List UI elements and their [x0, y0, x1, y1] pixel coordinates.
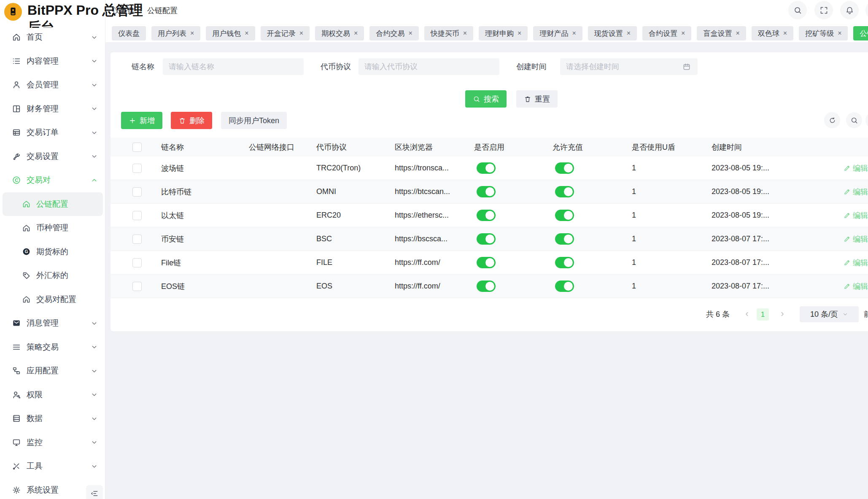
edit-link[interactable]: 编辑: [844, 187, 868, 197]
row-checkbox[interactable]: [132, 258, 142, 267]
notifications-button[interactable]: [840, 1, 859, 19]
finance-icon: [12, 104, 21, 113]
sidebar-item-messages[interactable]: 消息管理: [0, 311, 105, 335]
close-icon[interactable]: ×: [190, 30, 194, 37]
pagination-page-1[interactable]: 1: [757, 308, 769, 321]
tab-chain-config[interactable]: 公链配置×: [853, 26, 868, 40]
deposit-toggle[interactable]: [555, 281, 574, 292]
table-search-button[interactable]: [846, 112, 862, 128]
sidebar-item-tools[interactable]: 工具: [0, 454, 105, 478]
sidebar-item-futures-targets[interactable]: G 期货标的: [0, 240, 105, 264]
calendar-icon[interactable]: [682, 62, 691, 71]
reset-button[interactable]: 重置: [516, 90, 558, 108]
sidebar-item-pair-config[interactable]: 交易对配置: [0, 288, 105, 312]
edit-link[interactable]: 编辑: [844, 234, 868, 244]
table-settings-button[interactable]: [865, 112, 868, 128]
deposit-toggle[interactable]: [555, 210, 574, 221]
sidebar-item-coin-management[interactable]: 币种管理: [0, 216, 105, 240]
fullscreen-button[interactable]: [814, 1, 833, 19]
tab-box-records[interactable]: 开盒记录×: [261, 26, 310, 40]
sidebar-item-content[interactable]: 内容管理: [0, 49, 105, 73]
close-icon[interactable]: ×: [299, 30, 303, 37]
close-icon[interactable]: ×: [838, 30, 841, 37]
tab-contract-trade[interactable]: 合约交易×: [369, 26, 418, 40]
sidebar-item-monitoring[interactable]: 监控: [0, 431, 105, 455]
sidebar-item-orders[interactable]: 交易订单: [0, 121, 105, 145]
deposit-toggle[interactable]: [555, 257, 574, 268]
sync-token-button[interactable]: 同步用户Token: [221, 112, 287, 129]
close-icon[interactable]: ×: [572, 30, 576, 37]
sidebar-item-app-config[interactable]: 应用配置: [0, 359, 105, 383]
refresh-button[interactable]: [824, 112, 840, 128]
sidebar-item-members[interactable]: 会员管理: [0, 73, 105, 97]
select-all-checkbox[interactable]: [132, 143, 142, 152]
tab-user-list[interactable]: 用户列表×: [151, 26, 200, 40]
deposit-toggle[interactable]: [555, 186, 574, 197]
enabled-toggle[interactable]: [477, 162, 496, 174]
cell-ushield: 1: [632, 258, 712, 267]
sidebar-item-label: 监控: [27, 437, 91, 448]
enabled-toggle[interactable]: [477, 186, 496, 197]
sidebar-item-label: 交易对配置: [36, 294, 98, 305]
row-checkbox[interactable]: [132, 235, 142, 244]
tab-mining-level[interactable]: 挖矿等级×: [799, 26, 848, 40]
pagination-page-size-select[interactable]: 10 条/页: [800, 306, 859, 322]
enabled-toggle[interactable]: [477, 281, 496, 292]
edit-link[interactable]: 编辑: [844, 281, 868, 291]
close-icon[interactable]: ×: [627, 30, 631, 37]
sidebar-item-trade-settings[interactable]: 交易设置: [0, 145, 105, 169]
close-icon[interactable]: ×: [681, 30, 685, 37]
close-icon[interactable]: ×: [736, 30, 739, 37]
edit-link[interactable]: 编辑: [844, 258, 868, 268]
tab-quick-buy[interactable]: 快捷买币×: [424, 26, 473, 40]
close-icon[interactable]: ×: [245, 30, 248, 37]
row-checkbox[interactable]: [132, 282, 142, 291]
close-icon[interactable]: ×: [408, 30, 412, 37]
pagination-prev-button[interactable]: ‹: [741, 306, 752, 322]
sidebar-item-home[interactable]: 首页: [0, 25, 105, 49]
created-time-input[interactable]: [560, 58, 698, 75]
row-checkbox[interactable]: [132, 164, 142, 173]
search-button-label: 搜索: [484, 94, 499, 104]
tab-spot-settings[interactable]: 现货设置×: [588, 26, 637, 40]
close-icon[interactable]: ×: [463, 30, 467, 37]
row-checkbox[interactable]: [132, 187, 142, 197]
enabled-toggle[interactable]: [477, 257, 496, 268]
tab-blindbox-settings[interactable]: 盲盒设置×: [697, 26, 746, 40]
close-icon[interactable]: ×: [518, 30, 521, 37]
chain-name-input[interactable]: [163, 58, 304, 75]
sidebar-item-trading-pairs[interactable]: 交易对: [0, 168, 105, 192]
sidebar-collapse-button[interactable]: [86, 485, 103, 499]
chevron-down-icon: [91, 367, 98, 375]
add-button[interactable]: 新增: [121, 112, 162, 129]
token-protocol-input[interactable]: [359, 58, 499, 75]
cell-created: 2023-08-07 17:...: [712, 282, 812, 291]
sidebar-item-data[interactable]: 数据: [0, 407, 105, 431]
enabled-toggle[interactable]: [477, 210, 496, 221]
close-icon[interactable]: ×: [783, 30, 787, 37]
sidebar-item-finance[interactable]: 财务管理: [0, 97, 105, 121]
tab-double-color-ball[interactable]: 双色球×: [752, 26, 793, 40]
search-button[interactable]: [788, 1, 807, 19]
enabled-toggle[interactable]: [477, 233, 496, 245]
sidebar-item-strategy-trading[interactable]: 策略交易: [0, 335, 105, 359]
edit-link[interactable]: 编辑: [844, 163, 868, 173]
search-submit-button[interactable]: 搜索: [465, 90, 507, 108]
row-checkbox[interactable]: [132, 211, 142, 220]
sidebar-item-forex-targets[interactable]: 外汇标的: [0, 264, 105, 288]
tab-wealth-product[interactable]: 理财产品×: [533, 26, 582, 40]
tab-options-trade[interactable]: 期权交易×: [315, 26, 364, 40]
sidebar-item-chain-config[interactable]: 公链配置: [3, 192, 103, 216]
edit-link[interactable]: 编辑: [844, 210, 868, 221]
close-icon[interactable]: ×: [354, 30, 358, 37]
tab-user-wallet[interactable]: 用户钱包×: [206, 26, 255, 40]
home-icon: [22, 295, 31, 304]
deposit-toggle[interactable]: [555, 233, 574, 245]
tab-dashboard[interactable]: 仪表盘: [112, 26, 146, 40]
sidebar-item-permissions[interactable]: 权限: [0, 383, 105, 407]
tab-wealth-subscribe[interactable]: 理财申购×: [479, 26, 528, 40]
deposit-toggle[interactable]: [555, 162, 574, 174]
tab-contract-settings[interactable]: 合约设置×: [642, 26, 691, 40]
delete-button[interactable]: 删除: [171, 112, 212, 129]
pagination-next-button[interactable]: ›: [777, 306, 788, 322]
